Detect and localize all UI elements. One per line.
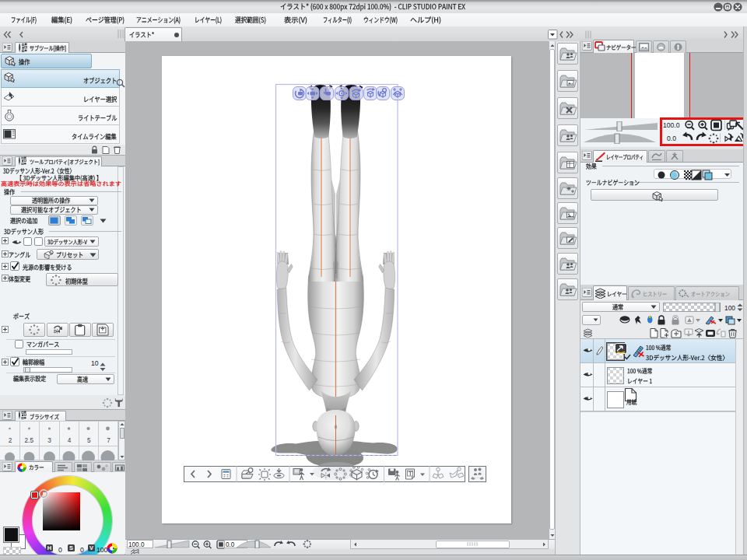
svg-text:H: H (47, 544, 51, 551)
svg-text:V: V (89, 544, 93, 551)
svg-text:S: S (69, 544, 73, 551)
